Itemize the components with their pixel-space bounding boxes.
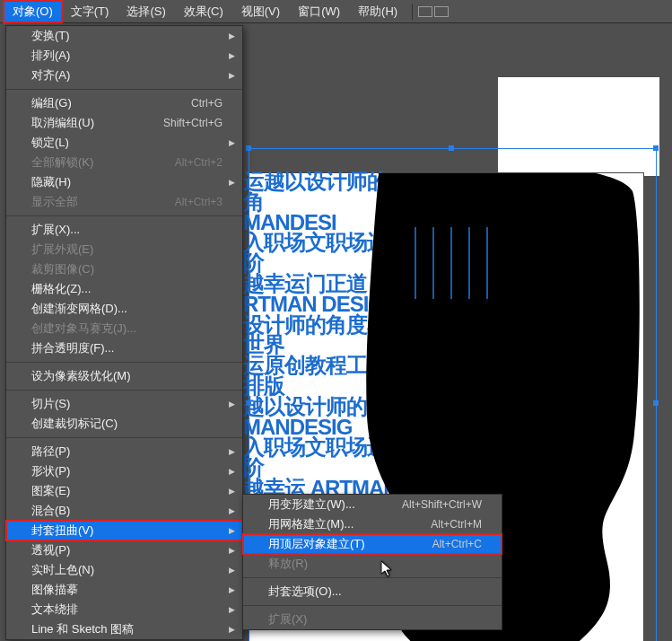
anchor-handle[interactable]: [246, 400, 251, 406]
menu-label: 设为像素级优化(M): [31, 368, 131, 384]
object-menu-item[interactable]: 锁定(L): [6, 133, 242, 153]
menu-object[interactable]: 对象(O): [4, 1, 62, 22]
menu-shortcut: Alt+Shift+Ctrl+W: [402, 498, 482, 511]
menu-label: 用顶层对象建立(T): [268, 536, 365, 552]
envelope-submenu-item: 释放(R): [243, 554, 502, 574]
object-menu-item: 全部解锁(K)Alt+Ctrl+2: [6, 153, 242, 172]
object-menu-item[interactable]: 变换(T): [6, 26, 242, 46]
menu-label: 图像描摹: [31, 582, 78, 598]
menu-shortcut: Alt+Ctrl+M: [431, 518, 482, 531]
object-menu-item: 裁剪图像(C): [6, 259, 242, 279]
menu-help[interactable]: 帮助(H): [349, 1, 406, 22]
envelope-submenu-item: 扩展(X): [243, 610, 502, 629]
mouse-cursor: [381, 561, 394, 577]
menu-label: 形状(P): [31, 463, 70, 479]
workspace-icon: [434, 6, 449, 17]
object-menu-item[interactable]: 栅格化(Z)...: [6, 279, 242, 299]
object-menu-item[interactable]: 切片(S): [6, 394, 242, 414]
object-menu-item[interactable]: 图案(E): [6, 481, 242, 501]
menu-label: 用变形建立(W)...: [268, 496, 355, 513]
object-menu-item[interactable]: 路径(P): [6, 442, 242, 461]
object-menu-item[interactable]: 编组(G)Ctrl+G: [6, 93, 242, 113]
menu-label: 封套扭曲(V): [31, 522, 93, 539]
menu-separator: [243, 577, 502, 578]
object-menu-item[interactable]: Line 和 Sketch 图稿: [6, 619, 242, 639]
menu-label: 对齐(A): [31, 67, 70, 83]
menu-separator: [6, 362, 242, 363]
menu-label: 封套选项(O)...: [268, 584, 342, 600]
menu-label: 排列(A): [31, 48, 70, 64]
menu-label: 全部解锁(K): [31, 154, 93, 171]
menubar: 对象(O) 文字(T) 选择(S) 效果(C) 视图(V) 窗口(W) 帮助(H…: [0, 0, 672, 23]
menu-label: 混合(B): [31, 503, 70, 519]
menu-type[interactable]: 文字(T): [62, 1, 118, 22]
menu-label: 切片(S): [31, 396, 70, 412]
menu-shortcut: Ctrl+G: [191, 97, 223, 110]
object-menu-item[interactable]: 设为像素级优化(M): [6, 366, 242, 386]
menu-label: 透视(P): [31, 542, 70, 558]
menu-label: 创建对象马赛克(J)...: [31, 320, 136, 337]
menu-window[interactable]: 窗口(W): [289, 1, 349, 22]
workspace-icon: [418, 6, 432, 17]
menu-label: 图案(E): [31, 483, 70, 499]
object-menu-item[interactable]: 扩展(X)...: [6, 220, 242, 240]
envelope-submenu-item[interactable]: 用网格建立(M)...Alt+Ctrl+M: [243, 514, 502, 534]
anchor-handle[interactable]: [246, 145, 251, 151]
menu-label: 用网格建立(M)...: [268, 516, 353, 532]
envelope-submenu-item[interactable]: 用变形建立(W)...Alt+Shift+Ctrl+W: [243, 495, 502, 514]
menu-label: 扩展(X): [268, 611, 307, 628]
object-menu-item[interactable]: 排列(A): [6, 46, 242, 66]
object-menu-item[interactable]: 对齐(A): [6, 66, 242, 85]
menu-label: 显示全部: [31, 194, 78, 210]
object-menu-item[interactable]: 透视(P): [6, 540, 242, 560]
object-menu-item[interactable]: 实时上色(N): [6, 560, 242, 580]
envelope-distort-submenu: 用变形建立(W)...Alt+Shift+Ctrl+W用网格建立(M)...Al…: [242, 494, 502, 630]
object-menu-item[interactable]: 创建渐变网格(D)...: [6, 299, 242, 319]
envelope-submenu-item[interactable]: 用顶层对象建立(T)Alt+Ctrl+C: [243, 534, 502, 554]
separator: [412, 4, 413, 20]
menu-label: Line 和 Sketch 图稿: [31, 621, 134, 637]
menu-select[interactable]: 选择(S): [118, 1, 174, 22]
object-menu-item: 创建对象马赛克(J)...: [6, 319, 242, 338]
menu-shortcut: Alt+Ctrl+2: [175, 156, 223, 169]
object-menu-item[interactable]: 取消编组(U)Shift+Ctrl+G: [6, 113, 242, 133]
menu-label: 栅格化(Z)...: [31, 281, 91, 297]
menu-label: 扩展(X)...: [31, 222, 80, 238]
menu-label: 文本绕排: [31, 601, 78, 618]
menu-label: 扩展外观(E): [31, 241, 93, 258]
anchor-handle[interactable]: [653, 145, 659, 151]
object-menu-item[interactable]: 拼合透明度(F)...: [6, 338, 242, 358]
menu-label: 锁定(L): [31, 135, 69, 151]
menu-label: 隐藏(H): [31, 174, 71, 190]
object-menu-item[interactable]: 图像描摹: [6, 580, 242, 600]
menu-shortcut: Alt+Ctrl+C: [432, 538, 482, 550]
workspace-switcher[interactable]: [418, 6, 449, 17]
object-menu-item[interactable]: 形状(P): [6, 461, 242, 481]
object-menu-item[interactable]: 文本绕排: [6, 600, 242, 619]
menu-label: 拼合透明度(F)...: [31, 340, 114, 356]
menu-separator: [243, 605, 502, 606]
object-menu-item[interactable]: 封套扭曲(V): [6, 521, 242, 540]
envelope-submenu-item[interactable]: 封套选项(O)...: [243, 582, 502, 601]
anchor-handle[interactable]: [449, 145, 454, 151]
object-menu-item[interactable]: 隐藏(H): [6, 172, 242, 192]
object-menu-item: 扩展外观(E): [6, 240, 242, 259]
menu-shortcut: Shift+Ctrl+G: [163, 117, 223, 129]
object-menu-item[interactable]: 混合(B): [6, 501, 242, 521]
menu-label: 变换(T): [31, 28, 70, 44]
menu-separator: [6, 390, 242, 391]
menu-label: 裁剪图像(C): [31, 261, 94, 277]
menu-effect[interactable]: 效果(C): [175, 1, 232, 22]
menu-label: 编组(G): [31, 95, 72, 111]
menu-view[interactable]: 视图(V): [232, 1, 289, 22]
menu-label: 创建裁切标记(C): [31, 416, 118, 432]
menu-separator: [6, 215, 242, 216]
object-menu-item[interactable]: 创建裁切标记(C): [6, 414, 242, 434]
menu-label: 实时上色(N): [31, 562, 94, 578]
menu-label: 创建渐变网格(D)...: [31, 301, 127, 317]
menu-label: 释放(R): [268, 556, 308, 572]
object-menu-item: 显示全部Alt+Ctrl+3: [6, 192, 242, 212]
menu-label: 路径(P): [31, 443, 70, 460]
menu-label: 取消编组(U): [31, 115, 94, 131]
anchor-handle[interactable]: [653, 400, 659, 406]
